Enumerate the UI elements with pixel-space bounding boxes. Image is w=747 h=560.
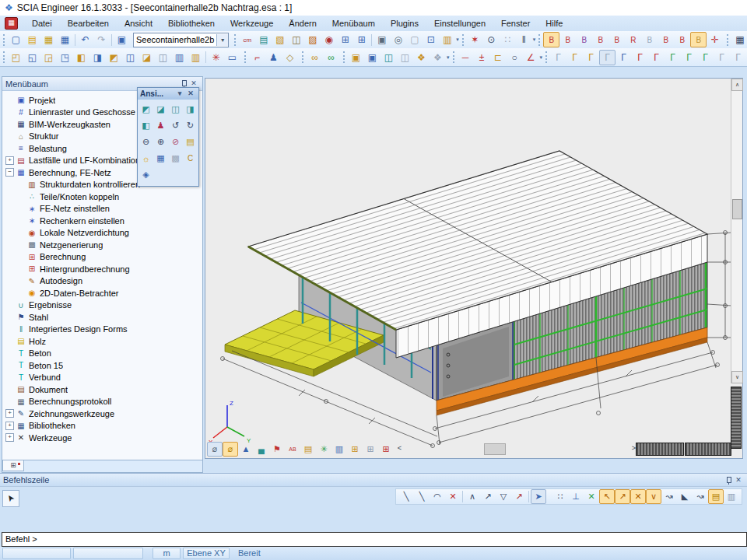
snap-curve-2-icon[interactable]: ↝ bbox=[693, 489, 708, 504]
view-camera-icon[interactable]: ◧ bbox=[139, 118, 153, 133]
tree-item-lokale-netzverdichtung[interactable]: ◉Lokale Netzverdichtung bbox=[4, 227, 202, 240]
print-icon[interactable]: ▣ bbox=[374, 32, 390, 47]
horizontal-scroll-thumb[interactable] bbox=[484, 443, 506, 455]
support-1-icon[interactable]: Γ bbox=[550, 50, 566, 65]
zoom-in-icon[interactable]: ⊕ bbox=[153, 135, 168, 149]
close-icon[interactable]: ✕ bbox=[185, 89, 196, 99]
view-cube-icon[interactable]: ◈ bbox=[139, 167, 153, 182]
tree-item-beton-15[interactable]: TBeton 15 bbox=[4, 359, 202, 372]
book-view-icon[interactable]: ▥ bbox=[331, 442, 347, 457]
toolbar-grip[interactable] bbox=[462, 34, 464, 46]
status-working-plane[interactable]: Ebene XY bbox=[183, 548, 230, 559]
clipboard-c-icon[interactable]: C bbox=[183, 151, 198, 166]
toolbar-grip[interactable] bbox=[302, 51, 303, 63]
connect-3-icon[interactable]: ◇ bbox=[282, 50, 298, 65]
tree-item-integriertes-design-forms[interactable]: ‖Integriertes Design Forms bbox=[4, 324, 202, 336]
tree-item-dokument[interactable]: ▤Dokument bbox=[4, 383, 202, 396]
link-4-icon[interactable]: ◫ bbox=[397, 50, 413, 65]
toolbar-grip[interactable] bbox=[538, 34, 540, 46]
scroll-down-icon[interactable]: ∨ bbox=[731, 371, 743, 383]
scroll-left-icon[interactable]: < bbox=[395, 443, 405, 454]
document-icon[interactable]: ▢ bbox=[406, 32, 423, 47]
menu-menübaum[interactable]: Menübaum bbox=[324, 17, 383, 30]
mesh-view-icon[interactable]: ✳ bbox=[316, 442, 331, 457]
snap-x-icon[interactable]: ✕ bbox=[630, 489, 646, 504]
tree-item-rechenkern-einstellen[interactable]: ∗Rechenkern einstellen bbox=[4, 215, 202, 227]
box-select-6-icon[interactable]: ◨ bbox=[89, 50, 106, 65]
render-level-icon[interactable]: ▲ bbox=[238, 442, 254, 457]
support-10-icon[interactable]: Γ bbox=[697, 50, 714, 65]
snap-triangle-icon[interactable]: ▽ bbox=[496, 489, 511, 504]
rebar-9-icon[interactable]: B bbox=[674, 32, 690, 47]
box-select-7-icon[interactable]: ◩ bbox=[106, 50, 122, 65]
connect-2-icon[interactable]: ♟ bbox=[265, 50, 282, 65]
ortho-snap-icon[interactable]: ⊥ bbox=[568, 489, 584, 504]
menu-tree-tab[interactable]: ⊞ bbox=[2, 460, 24, 471]
close-icon[interactable]: ✕ bbox=[733, 475, 744, 485]
scroll-up-icon[interactable]: ∧ bbox=[731, 79, 743, 91]
clip-back-icon[interactable]: ⌀ bbox=[223, 442, 238, 457]
image-save-icon[interactable]: ▦ bbox=[153, 151, 168, 166]
zoom-document-icon[interactable]: ⊙ bbox=[483, 32, 500, 47]
zoom-all-icon[interactable]: ▤ bbox=[183, 135, 198, 149]
tree-item-berechnung[interactable]: ⊞Berechnung bbox=[4, 251, 202, 264]
menu-einstellungen[interactable]: Einstellungen bbox=[426, 17, 493, 30]
toolbar-grip[interactable] bbox=[234, 34, 236, 46]
star-select-icon[interactable]: ✳ bbox=[208, 50, 224, 65]
cross-sections-icon[interactable]: ◫ bbox=[288, 32, 304, 47]
save-all-icon[interactable]: ▦ bbox=[40, 32, 57, 47]
send-icon[interactable]: ▥ bbox=[439, 32, 455, 47]
vertical-scrollbar[interactable]: ∧ ∨ bbox=[731, 79, 742, 383]
box-select-5-icon[interactable]: ◧ bbox=[73, 50, 89, 65]
link-5-icon[interactable]: ❖ bbox=[413, 50, 430, 65]
snap-table-icon[interactable]: ▥ bbox=[724, 489, 739, 504]
catalog-icon[interactable]: ▨ bbox=[304, 32, 321, 47]
tree-item-stahl[interactable]: ⚑Stahl bbox=[4, 311, 202, 324]
toolbar-grip[interactable] bbox=[727, 34, 728, 46]
support-8-icon[interactable]: Γ bbox=[665, 50, 681, 65]
rebar-10-icon[interactable]: B bbox=[690, 32, 707, 47]
expand-icon[interactable]: + bbox=[5, 422, 14, 430]
walk-person-icon[interactable]: ♟ bbox=[153, 118, 168, 133]
results-window-icon[interactable]: ⊞ bbox=[353, 32, 370, 47]
link-6-icon[interactable]: ❖ bbox=[430, 50, 446, 65]
rebar-3-icon[interactable]: B bbox=[576, 32, 592, 47]
new-document-icon[interactable]: ▢ bbox=[8, 32, 24, 47]
tree-item-netzgenerierung[interactable]: ▩Netzgenerierung bbox=[4, 239, 202, 251]
calculation-window-icon[interactable]: ⊞ bbox=[337, 32, 353, 47]
grid-view-2-icon[interactable]: ⊞ bbox=[363, 442, 378, 457]
cursor-mode-button[interactable]: ➤ bbox=[2, 490, 19, 507]
snap-vertex-icon[interactable]: ∧ bbox=[465, 489, 480, 504]
tree-item-berechnungsprotokoll[interactable]: ▦Berechnungsprotokoll bbox=[4, 396, 202, 408]
rotate-left-icon[interactable]: ↺ bbox=[168, 118, 183, 133]
toolbar-overflow-icon[interactable]: ▾ bbox=[447, 54, 450, 61]
image-copy-icon[interactable]: ▩ bbox=[168, 151, 183, 166]
toolbar-overflow-icon[interactable]: ▾ bbox=[533, 37, 536, 43]
toolbar-grip[interactable] bbox=[3, 34, 5, 46]
tree-item-2d-daten-betrachter[interactable]: ◉2D-Daten-Betrachter bbox=[4, 287, 202, 299]
support-12-icon[interactable]: Γ bbox=[730, 50, 746, 65]
units-icon[interactable]: cm bbox=[239, 32, 255, 47]
tree-item-beton[interactable]: TBeton bbox=[4, 348, 202, 360]
connect-1-icon[interactable]: ⌐ bbox=[249, 50, 265, 65]
rebar-2-icon[interactable]: B bbox=[559, 32, 576, 47]
vertical-scroll-thumb[interactable] bbox=[732, 199, 742, 219]
menu-fenster[interactable]: Fenster bbox=[493, 17, 538, 30]
chevron-down-icon[interactable]: ▼ bbox=[216, 34, 228, 46]
view-top-icon[interactable]: ◩ bbox=[139, 102, 153, 117]
toolbar-grip[interactable] bbox=[3, 51, 5, 63]
crosshair-icon[interactable]: ✛ bbox=[707, 32, 723, 47]
undo-icon[interactable]: ↶ bbox=[77, 32, 93, 47]
rebar-5-icon[interactable]: B bbox=[608, 32, 625, 47]
graphics-viewport[interactable]: Z X Y ∧ ∨ ⌀⌀▲▄⚑AB▤✳▥⊞⊞⊞ < > bbox=[205, 78, 743, 459]
view-axo-icon[interactable]: ◨ bbox=[183, 102, 198, 117]
snap-ruler-icon[interactable]: ▤ bbox=[708, 489, 724, 504]
open-file-icon[interactable]: ▤ bbox=[24, 32, 40, 47]
toolbar-grip[interactable] bbox=[244, 51, 246, 63]
stack-1-icon[interactable]: ▥ bbox=[171, 50, 188, 65]
tree-item-teile-knoten-koppeln[interactable]: ∴Teile/Knoten koppeln bbox=[4, 191, 202, 203]
cut-2-icon[interactable]: ◫ bbox=[155, 50, 171, 65]
project-window-icon[interactable]: ▣ bbox=[114, 32, 130, 47]
chevron-down-icon[interactable]: ▾ bbox=[174, 89, 185, 99]
grid-view-3-icon[interactable]: ⊞ bbox=[378, 442, 394, 457]
